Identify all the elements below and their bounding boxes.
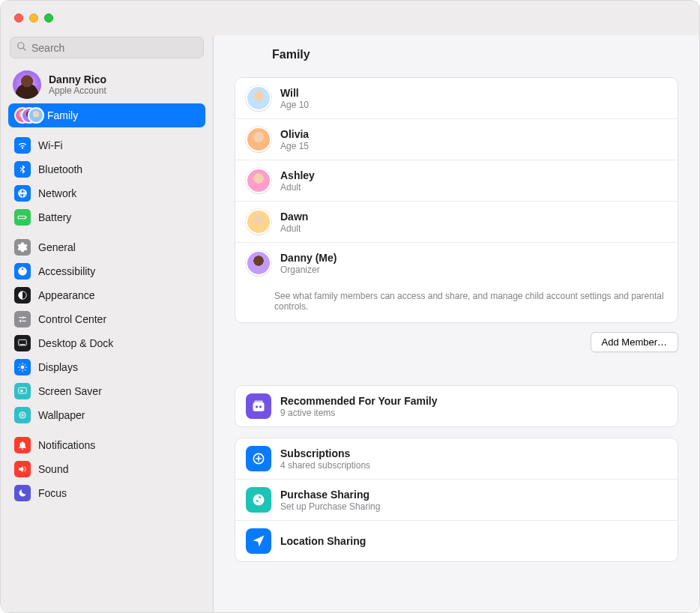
- row-sub: 9 active items: [280, 408, 662, 418]
- member-name: Dawn: [280, 211, 662, 223]
- sidebar-item-network[interactable]: Network: [8, 181, 205, 205]
- window-titlebar: [1, 1, 699, 35]
- member-sub: Organizer: [280, 265, 662, 275]
- family-members-group: WillAge 10OliviaAge 15AshleyAdultDawnAdu…: [235, 77, 678, 323]
- row-recommended[interactable]: Recommended For Your Family 9 active ite…: [235, 386, 678, 426]
- row-title: Location Sharing: [280, 535, 662, 547]
- row-purchase-sharing[interactable]: Purchase Sharing Set up Purchase Sharing: [235, 480, 678, 521]
- sidebar-item-label: Appearance: [38, 289, 95, 301]
- sidebar-item-sound[interactable]: Sound: [8, 457, 205, 481]
- family-footnote: See what family members can access and s…: [235, 283, 678, 322]
- family-member-row[interactable]: AshleyAdult: [235, 160, 678, 202]
- sidebar-item-label: Control Center: [38, 313, 106, 325]
- member-name: Danny (Me): [280, 252, 662, 264]
- sidebar-item-label: Sound: [38, 463, 68, 475]
- search-input[interactable]: [31, 42, 197, 54]
- bluetooth-icon: [14, 161, 31, 178]
- member-sub: Adult: [280, 223, 662, 234]
- account-sub: Apple Account: [49, 85, 106, 96]
- sidebar-item-label: Desktop & Dock: [38, 337, 113, 349]
- sidebar-item-label: Displays: [38, 361, 78, 373]
- row-sub: 4 shared subscriptions: [280, 460, 662, 471]
- globe-icon: [14, 185, 31, 202]
- member-name: Will: [280, 87, 662, 99]
- family-member-row[interactable]: WillAge 10: [235, 78, 678, 119]
- wallpaper-icon: [14, 407, 31, 423]
- nav-forward-button: [248, 47, 262, 63]
- sidebar-item-appearance[interactable]: Appearance: [8, 283, 205, 307]
- sidebar-item-label: Screen Saver: [38, 385, 102, 397]
- sidebar-item-label: Notifications: [38, 439, 95, 451]
- member-name: Olivia: [280, 128, 662, 140]
- appearance-icon: [14, 287, 31, 304]
- chevron-right-icon: [662, 175, 669, 187]
- family-member-row[interactable]: Danny (Me)Organizer: [235, 243, 678, 283]
- sidebar: Danny Rico Apple Account Family Wi-FiBlu…: [1, 35, 214, 612]
- sidebar-item-label: Accessibility: [38, 265, 95, 277]
- sidebar-item-notifications[interactable]: Notifications: [8, 433, 205, 457]
- row-title: Recommended For Your Family: [280, 395, 662, 407]
- sidebar-item-control-center[interactable]: Control Center: [8, 307, 205, 331]
- search-icon: [16, 41, 27, 54]
- sidebar-item-accessibility[interactable]: Accessibility: [8, 259, 205, 283]
- chevron-right-icon: [662, 133, 669, 146]
- chevron-right-icon: [662, 257, 669, 270]
- main-panel: Family WillAge 10OliviaAge 15AshleyAdult…: [214, 35, 699, 612]
- recommended-icon: [246, 393, 271, 419]
- accessibility-icon: [14, 263, 31, 280]
- family-member-row[interactable]: OliviaAge 15: [235, 119, 678, 160]
- member-avatar: [246, 250, 271, 276]
- sidebar-item-label: Wallpaper: [38, 409, 85, 421]
- bell-icon: [14, 437, 31, 453]
- location-sharing-icon: [246, 528, 271, 554]
- sidebar-item-screen-saver[interactable]: Screen Saver: [8, 379, 205, 403]
- sidebar-item-bluetooth[interactable]: Bluetooth: [8, 157, 205, 181]
- sidebar-item-family[interactable]: Family: [8, 103, 205, 127]
- sidebar-item-label: Family: [47, 109, 78, 121]
- sidebar-item-general[interactable]: General: [8, 235, 205, 259]
- member-sub: Age 15: [280, 141, 662, 151]
- member-avatar: [246, 168, 271, 193]
- sharing-group: Subscriptions 4 shared subscriptions Pur…: [235, 438, 678, 562]
- window-traffic-lights: [14, 13, 53, 22]
- speaker-icon: [14, 461, 31, 477]
- window-minimize-button[interactable]: [29, 13, 38, 22]
- chevron-right-icon: [662, 535, 669, 548]
- wifi-icon: [14, 137, 31, 154]
- chevron-right-icon: [662, 453, 669, 465]
- search-field[interactable]: [10, 37, 204, 58]
- sidebar-item-label: General: [38, 241, 76, 253]
- account-avatar: [13, 70, 41, 99]
- purchase-sharing-icon: [246, 487, 271, 513]
- chevron-right-icon: [662, 494, 669, 507]
- sidebar-item-displays[interactable]: Displays: [8, 355, 205, 379]
- chevron-right-icon: [662, 92, 669, 105]
- sliders-icon: [14, 311, 31, 327]
- member-sub: Age 10: [280, 100, 662, 110]
- member-sub: Adult: [280, 182, 662, 193]
- chevron-right-icon: [662, 400, 669, 413]
- sidebar-item-wifi[interactable]: Wi-Fi: [8, 133, 205, 157]
- sidebar-item-wallpaper[interactable]: Wallpaper: [8, 403, 205, 427]
- sidebar-item-label: Bluetooth: [38, 163, 82, 175]
- moon-icon: [14, 485, 31, 501]
- screensaver-icon: [14, 383, 31, 399]
- sidebar-item-label: Wi-Fi: [38, 139, 63, 151]
- sidebar-item-battery[interactable]: Battery: [8, 205, 205, 229]
- row-location-sharing[interactable]: Location Sharing: [235, 521, 678, 561]
- nav-back-button[interactable]: [227, 47, 241, 63]
- window-zoom-button[interactable]: [44, 13, 53, 22]
- gear-icon: [14, 239, 31, 256]
- family-cluster-icon: [14, 107, 40, 124]
- row-subscriptions[interactable]: Subscriptions 4 shared subscriptions: [235, 438, 678, 480]
- page-title: Family: [272, 48, 310, 61]
- sidebar-item-label: Focus: [38, 487, 67, 499]
- family-member-row[interactable]: DawnAdult: [235, 202, 678, 243]
- sidebar-item-focus[interactable]: Focus: [8, 481, 205, 505]
- sidebar-item-desktop-dock[interactable]: Desktop & Dock: [8, 331, 205, 355]
- member-avatar: [246, 209, 271, 235]
- window-close-button[interactable]: [14, 13, 23, 22]
- member-avatar: [246, 85, 271, 111]
- add-member-button[interactable]: Add Member…: [591, 332, 678, 352]
- account-row[interactable]: Danny Rico Apple Account: [8, 66, 205, 103]
